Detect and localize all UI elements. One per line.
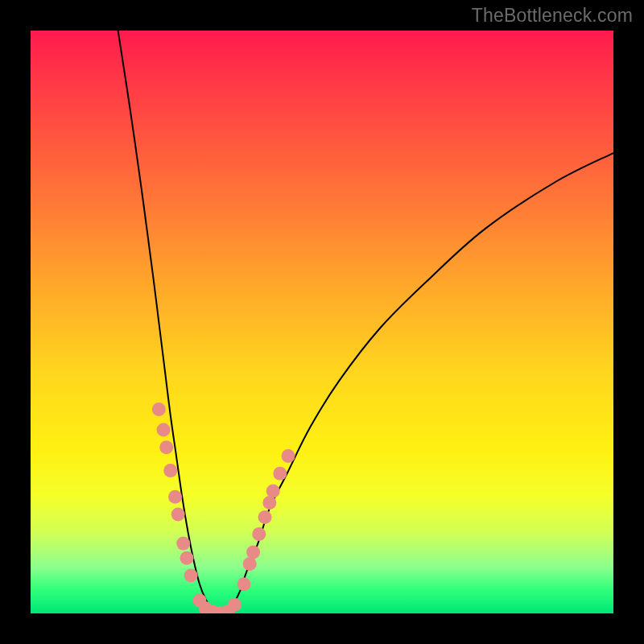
- curve-left-curve: [118, 31, 223, 613]
- marker-dot: [168, 490, 182, 504]
- chart-svg: [31, 31, 613, 613]
- marker-dot: [152, 402, 166, 416]
- marker-dot: [273, 467, 287, 481]
- plot-area: [31, 31, 613, 613]
- marker-dot: [180, 551, 194, 565]
- marker-dot: [252, 527, 266, 541]
- curve-right-curve: [223, 153, 613, 613]
- marker-dot: [266, 484, 280, 497]
- marker-dot: [243, 557, 257, 571]
- marker-dot: [246, 545, 260, 559]
- marker-dot: [176, 537, 190, 551]
- chart-frame: TheBottleneck.com: [0, 0, 644, 644]
- watermark-text: TheBottleneck.com: [472, 5, 633, 27]
- marker-dot: [163, 464, 177, 477]
- marker-dot: [184, 568, 198, 582]
- marker-dot: [262, 496, 276, 510]
- marker-dot: [157, 423, 171, 436]
- marker-dot: [159, 440, 173, 454]
- marker-dot: [228, 598, 242, 612]
- marker-dot: [258, 510, 272, 524]
- marker-dot: [237, 577, 250, 591]
- marker-dot: [282, 449, 295, 463]
- marker-dot: [171, 507, 185, 521]
- curve-layer: [118, 31, 613, 613]
